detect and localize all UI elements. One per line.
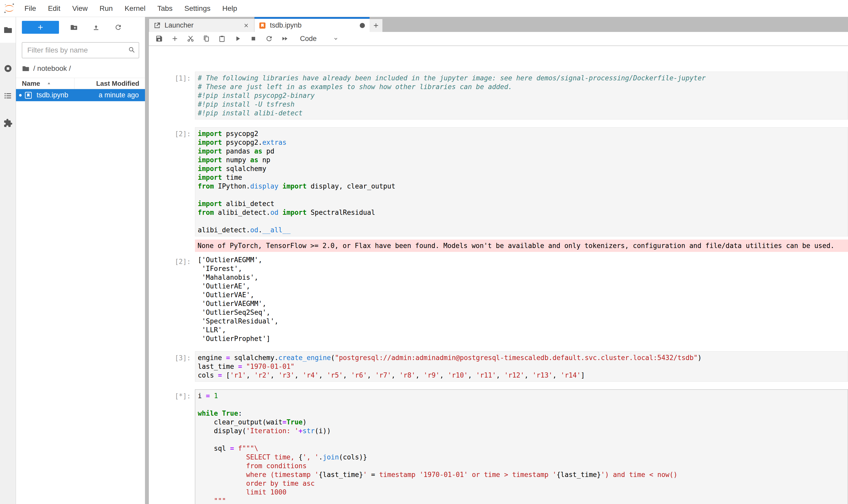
activitybar-tab-table-of-contents[interactable] [0,83,16,109]
copy-cells-button[interactable] [202,34,211,44]
home-folder-icon[interactable] [22,65,30,72]
refresh-button[interactable] [111,21,125,34]
cut-cells-button[interactable] [186,34,195,44]
breadcrumb-path: / notebook / [33,65,71,73]
menu-help[interactable]: Help [216,4,243,12]
cell-output-row: [2]:['OutlierAEGMM', 'IForest', 'Mahalan… [149,255,848,344]
column-header-last-modified[interactable]: Last Modified [74,79,145,88]
file-list-header: Name Last Modified [16,78,145,89]
interrupt-kernel-icon [250,35,257,42]
restart-kernel-button[interactable] [265,34,274,44]
filter-files-input[interactable] [22,42,139,58]
tab-bar: Launchertsdb.ipynb [149,17,848,32]
code-line: 'OutlierProphet'] [198,334,845,343]
column-header-name[interactable]: Name [16,78,74,89]
cell-type-value: Code [300,35,317,43]
code-line: last_time = "1970-01-01" [198,362,845,371]
notebook-cell: [1]:# The following libraries have alrea… [149,72,848,120]
run-cell-icon [234,35,241,42]
code-line: None of PyTorch, TensorFlow >= 2.0, or F… [198,241,845,250]
insert-cell-icon [171,35,179,42]
code-line: SELECT time, {', '.join(cols)} [198,453,845,462]
save-button[interactable] [155,34,164,44]
activitybar-tab-running-sessions[interactable] [0,56,16,82]
close-tab-button[interactable] [243,22,250,29]
notebook-cell: [*]:i = 1 while True: clear_output(wait=… [149,390,848,504]
menu-edit[interactable]: Edit [42,4,66,12]
file-browser-toolbar [16,19,145,36]
paste-cells-button[interactable] [217,34,227,44]
code-line: 'LLR', [198,325,845,334]
cell-editor[interactable]: engine = sqlalchemy.create_engine("postg… [195,351,848,382]
refresh-icon [114,23,122,31]
save-icon [155,35,163,42]
code-line: #!pip install alibi-detect [198,109,845,118]
menu-view[interactable]: View [66,4,93,12]
code-line: sql = f"""\ [198,444,845,453]
cell-input-row: [1]:# The following libraries have alrea… [149,72,848,120]
launcher-icon [153,22,161,29]
breadcrumb[interactable]: / notebook / [16,63,145,74]
code-line: engine = sqlalchemy.create_engine("postg… [198,353,845,362]
output-prompt: [2]: [149,255,195,266]
code-line: ['OutlierAEGMM', [198,255,845,264]
restart-run-all-icon [281,35,289,42]
extensions-icon [3,119,13,128]
output-prompt [149,239,195,242]
execute-result-output: ['OutlierAEGMM', 'IForest', 'Mahalanobis… [195,255,848,344]
activitybar-tab-file-browser[interactable] [0,17,16,43]
new-launcher-button[interactable] [22,21,59,34]
cell-type-dropdown[interactable]: Code [300,35,339,43]
restart-run-all-button[interactable] [280,34,289,44]
execution-prompt: [2]: [149,127,195,138]
activity-bar [0,17,16,504]
new-folder-button[interactable] [67,21,81,34]
cell-editor[interactable]: # The following libraries have already b… [195,72,848,120]
activitybar-tab-extensions[interactable] [0,110,16,136]
running-sessions-icon [3,64,13,73]
code-line: """ [198,497,845,504]
code-line: 'IForest', [198,264,845,273]
tab-tsdb-ipynb[interactable]: tsdb.ipynb [254,17,369,32]
cell-editor[interactable]: import psycopg2import psycopg2.extrasimp… [195,127,848,236]
stderr-output: None of PyTorch, TensorFlow >= 2.0, or F… [195,239,848,252]
code-line [198,435,845,444]
notebook-toolbar: Code [149,32,848,46]
cell-input-row: [3]:engine = sqlalchemy.create_engine("p… [149,351,848,382]
menu-kernel[interactable]: Kernel [119,4,151,12]
cell-output-row: None of PyTorch, TensorFlow >= 2.0, or F… [149,239,848,252]
tab-launcher[interactable]: Launcher [149,19,254,32]
code-line: alibi_detect.od.__all__ [198,226,845,234]
code-line: import numpy as np [198,156,845,164]
menu-tabs[interactable]: Tabs [151,4,178,12]
cell-editor[interactable]: i = 1 while True: clear_output(wait=True… [195,390,848,504]
code-line: order by time asc [198,479,845,488]
run-cell-button[interactable] [233,34,242,44]
code-line: from alibi_detect.od import SpectralResi… [198,208,845,217]
new-folder-icon [70,23,78,31]
interrupt-kernel-button[interactable] [249,34,258,44]
upload-button[interactable] [89,21,103,34]
new-launcher-plus-icon [37,23,44,31]
table-of-contents-icon [3,91,13,101]
file-row[interactable]: tsdb.ipynba minute ago [16,89,145,101]
notebook-icon [258,22,266,29]
code-line: 'OutlierVAEGMM', [198,299,845,308]
file-list: tsdb.ipynba minute ago [16,89,145,101]
code-line [198,217,845,226]
cell-input-row: [*]:i = 1 while True: clear_output(wait=… [149,390,848,504]
add-tab-button[interactable] [369,19,382,32]
code-line: from IPython.display import display, cle… [198,182,845,191]
menu-file[interactable]: File [19,4,42,12]
sidebar-splitter[interactable] [145,17,149,504]
menu-run[interactable]: Run [94,4,119,12]
tab-label: tsdb.ipynb [270,21,356,29]
menu-settings[interactable]: Settings [178,4,216,12]
code-line: cols = ['r1', 'r2', 'r3', 'r4', 'r5', 'r… [198,371,845,380]
insert-cell-button[interactable] [170,34,180,44]
code-line: 'OutlierVAE', [198,290,845,299]
code-line: 'OutlierAE', [198,282,845,290]
code-line: import time [198,173,845,182]
notebook-cell: [3]:engine = sqlalchemy.create_engine("p… [149,351,848,382]
file-browser-icon [3,25,13,35]
